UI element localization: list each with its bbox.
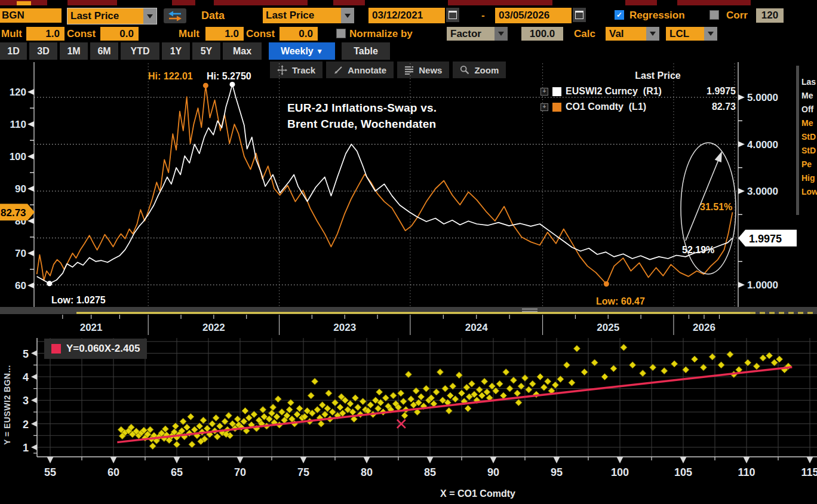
scatter-point xyxy=(727,351,733,358)
scatter-point xyxy=(610,365,617,372)
ticker-source-field[interactable]: BGN xyxy=(0,8,62,23)
year-label: 2024 xyxy=(465,322,488,333)
scatter-y-tick xyxy=(31,421,37,427)
chevron-down-icon[interactable] xyxy=(646,27,659,41)
date-range-dash: - xyxy=(481,8,485,23)
scatter-point xyxy=(621,344,627,351)
expand-icon[interactable]: + xyxy=(540,103,548,111)
scatter-point xyxy=(437,369,443,376)
scatter-point xyxy=(324,405,331,412)
mult2-label: Mult xyxy=(179,27,199,41)
stat-label: Me xyxy=(801,89,817,103)
const2-field[interactable]: 0.0 xyxy=(280,27,318,41)
swap-axes-button[interactable] xyxy=(164,8,186,23)
scatter-point xyxy=(545,378,551,385)
regression-line xyxy=(117,367,792,442)
normalize-factor-select[interactable]: Factor xyxy=(447,27,508,41)
scatter-point xyxy=(459,390,465,397)
left-tick-label: 90 xyxy=(15,183,26,195)
low-marker-orange xyxy=(604,281,609,287)
tab-ytd[interactable]: YTD xyxy=(121,42,159,60)
mult1-field[interactable]: 1.0 xyxy=(26,27,64,41)
scatter-x-tick xyxy=(807,457,813,463)
scatter-point xyxy=(442,385,449,392)
hi-annotation-orange: Hi: 122.01 xyxy=(148,71,193,81)
scatter-point xyxy=(573,345,580,352)
corr-window-field[interactable]: 120 xyxy=(756,8,784,23)
tab-max[interactable]: Max xyxy=(223,42,262,60)
series-last-value: 82.73 xyxy=(712,102,739,112)
scatter-xlabel: X = CO1 Comdty xyxy=(440,488,515,499)
tab-5y[interactable]: 5Y xyxy=(192,42,220,60)
swap-arrows-icon xyxy=(167,11,183,21)
right-axis-tag-arrow xyxy=(738,230,745,247)
tab-6m[interactable]: 6M xyxy=(90,42,118,60)
chevron-down-icon[interactable] xyxy=(341,8,354,23)
arrow-annotation[interactable] xyxy=(686,160,718,241)
scatter-point xyxy=(347,401,354,407)
date-from-field[interactable]: 03/12/2021 xyxy=(368,8,445,23)
tab-table[interactable]: Table xyxy=(342,42,390,60)
scatter-point xyxy=(447,392,453,399)
stat-label: Low xyxy=(801,185,817,199)
top-edge-strip xyxy=(0,0,817,5)
scatter-y-tick xyxy=(31,374,37,380)
tab-1d[interactable]: 1D xyxy=(0,42,27,60)
stat-label: Me xyxy=(801,116,817,130)
tab-1m[interactable]: 1M xyxy=(60,42,88,60)
date-to-field[interactable]: 03/05/2026 xyxy=(495,8,572,23)
normalize-label: Normalize by xyxy=(349,27,413,41)
regression-scatter-chart[interactable]: 12345556065707580859095100105110115X = C… xyxy=(0,336,817,504)
scatter-point xyxy=(225,412,232,419)
calendar-icon[interactable] xyxy=(446,8,459,22)
const1-field[interactable]: 0.0 xyxy=(100,27,139,41)
left-tick-label: 100 xyxy=(10,151,26,162)
scatter-x-label: 80 xyxy=(361,466,373,478)
scatter-x-label: 85 xyxy=(424,466,436,478)
year-label: 2026 xyxy=(693,322,715,333)
legend-row[interactable]: +CO1 Comdty (L1)82.73 xyxy=(540,99,739,115)
scatter-point xyxy=(308,392,314,399)
chevron-down-icon[interactable] xyxy=(494,27,508,41)
date-from-group: 03/12/2021 xyxy=(368,8,459,23)
tab-weekly-active[interactable]: Weekly ▼ xyxy=(269,42,335,60)
regression-checkbox[interactable]: ✓ xyxy=(615,10,624,20)
calendar-icon[interactable] xyxy=(573,8,586,22)
scatter-x-label: 105 xyxy=(674,466,692,478)
price-type-select-1[interactable]: Last Price xyxy=(67,8,157,24)
normalize-checkbox[interactable] xyxy=(336,29,346,38)
factor-value-field[interactable]: 100.0 xyxy=(521,27,563,41)
scatter-point xyxy=(661,368,668,374)
legend-row[interactable]: +EUSWI2 Curncy (R1)1.9975 xyxy=(540,84,739,99)
tab-3d[interactable]: 3D xyxy=(29,42,57,60)
corr-checkbox[interactable] xyxy=(710,10,719,20)
expand-icon[interactable]: + xyxy=(540,88,548,96)
lcl-select[interactable]: LCL xyxy=(666,27,717,41)
scatter-point xyxy=(245,414,252,421)
stat-label: StD xyxy=(801,144,817,158)
scatter-point xyxy=(484,389,490,395)
year-label: 2025 xyxy=(597,322,619,333)
scatter-x-label: 60 xyxy=(108,466,119,478)
scatter-point xyxy=(692,356,698,362)
calc-select[interactable]: Val xyxy=(606,27,659,41)
scatter-point xyxy=(563,362,570,368)
scatter-point xyxy=(433,389,440,395)
price-type-select-2[interactable]: Last Price xyxy=(263,8,354,23)
regression-equation: Y=0.060X-2.405 xyxy=(66,343,140,355)
chevron-down-icon[interactable] xyxy=(704,27,717,41)
left-tick-arrow xyxy=(27,121,34,127)
scatter-y-label: 5 xyxy=(23,348,29,360)
stat-label: Las xyxy=(801,75,817,89)
scatter-x-tick xyxy=(617,457,624,463)
scatter-point xyxy=(269,410,275,416)
left-tick-arrow xyxy=(27,186,34,192)
chevron-down-icon[interactable] xyxy=(143,8,156,24)
top-strip-marker xyxy=(17,1,31,5)
chart-annotation-title: EUR-2J Inflations-Swap vs. Brent Crude, … xyxy=(287,100,437,132)
mult2-field[interactable]: 1.0 xyxy=(205,27,244,41)
scatter-point xyxy=(776,356,783,362)
top-strip-box xyxy=(308,0,333,5)
tab-1y[interactable]: 1Y xyxy=(162,42,190,60)
scatter-point xyxy=(465,405,471,412)
